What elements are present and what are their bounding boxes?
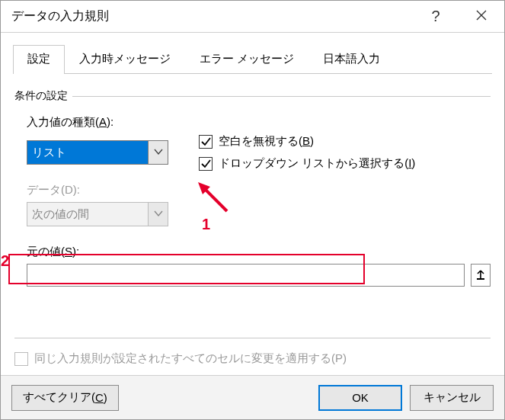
allow-combobox[interactable]: リスト bbox=[27, 140, 168, 165]
tab-error-message[interactable]: エラー メッセージ bbox=[185, 45, 308, 74]
apply-all-checkbox bbox=[14, 352, 28, 366]
checkbox-box bbox=[199, 157, 213, 171]
group-divider bbox=[72, 96, 491, 97]
form-area: 入力値の種類(A): リスト bbox=[14, 115, 491, 287]
tab-settings[interactable]: 設定 bbox=[13, 45, 65, 74]
data-value: 次の値の間 bbox=[27, 203, 148, 226]
collapse-dialog-icon bbox=[475, 268, 486, 283]
source-label: 元の値(S): bbox=[27, 245, 491, 259]
apply-all-label: 同じ入力規則が設定されたすべてのセルに変更を適用する(P) bbox=[34, 351, 347, 366]
chevron-down-icon bbox=[154, 208, 163, 220]
titlebar: データの入力規則 ? bbox=[1, 1, 504, 33]
source-row bbox=[27, 264, 491, 287]
allow-value: リスト bbox=[27, 141, 148, 164]
ignore-blank-checkbox[interactable]: 空白を無視する(B) bbox=[199, 134, 415, 149]
checkbox-box bbox=[199, 135, 213, 149]
separator bbox=[14, 338, 491, 338]
content-area: 条件の設定 入力値の種類(A): リスト bbox=[1, 74, 504, 375]
data-validation-dialog: データの入力規則 ? 設定 入力時メッセージ エラー メッセージ 日本語入力 条… bbox=[0, 0, 505, 420]
data-combobox: 次の値の間 bbox=[27, 202, 168, 226]
clear-all-button[interactable]: すべてクリア(C) bbox=[11, 385, 119, 411]
chevron-down-icon bbox=[154, 146, 163, 159]
group-header: 条件の設定 bbox=[14, 89, 491, 103]
apply-all-row: 同じ入力規則が設定されたすべてのセルに変更を適用する(P) bbox=[14, 351, 491, 366]
range-picker-button[interactable] bbox=[471, 264, 491, 287]
annotation-number-1: 1 bbox=[202, 216, 210, 233]
dialog-title: データの入力規則 bbox=[1, 8, 109, 24]
tabstrip: 設定 入力時メッセージ エラー メッセージ 日本語入力 bbox=[1, 33, 504, 74]
allow-dropdown-button[interactable] bbox=[148, 141, 168, 164]
dialog-footer: すべてクリア(C) OK キャンセル bbox=[1, 375, 504, 419]
tab-ime[interactable]: 日本語入力 bbox=[308, 45, 395, 74]
titlebar-buttons: ? bbox=[413, 1, 504, 32]
help-button[interactable]: ? bbox=[413, 1, 459, 32]
svg-rect-0 bbox=[477, 278, 484, 280]
close-icon bbox=[476, 8, 487, 24]
cancel-button[interactable]: キャンセル bbox=[410, 385, 494, 411]
group-label: 条件の設定 bbox=[14, 89, 68, 103]
close-button[interactable] bbox=[459, 1, 504, 32]
source-input[interactable] bbox=[27, 264, 465, 287]
options-column: 空白を無視する(B) ドロップダウン リストから選択する(I) bbox=[199, 134, 415, 171]
data-label: データ(D): bbox=[27, 183, 491, 197]
tab-input-message[interactable]: 入力時メッセージ bbox=[65, 45, 185, 74]
ok-button[interactable]: OK bbox=[318, 385, 402, 411]
ignore-blank-label: 空白を無視する(B) bbox=[219, 134, 314, 149]
annotation-number-2: 2 bbox=[1, 252, 9, 270]
in-cell-dropdown-label: ドロップダウン リストから選択する(I) bbox=[219, 156, 415, 171]
data-dropdown-button bbox=[148, 203, 168, 226]
in-cell-dropdown-checkbox[interactable]: ドロップダウン リストから選択する(I) bbox=[199, 156, 415, 171]
allow-label: 入力値の種類(A): bbox=[27, 115, 491, 130]
